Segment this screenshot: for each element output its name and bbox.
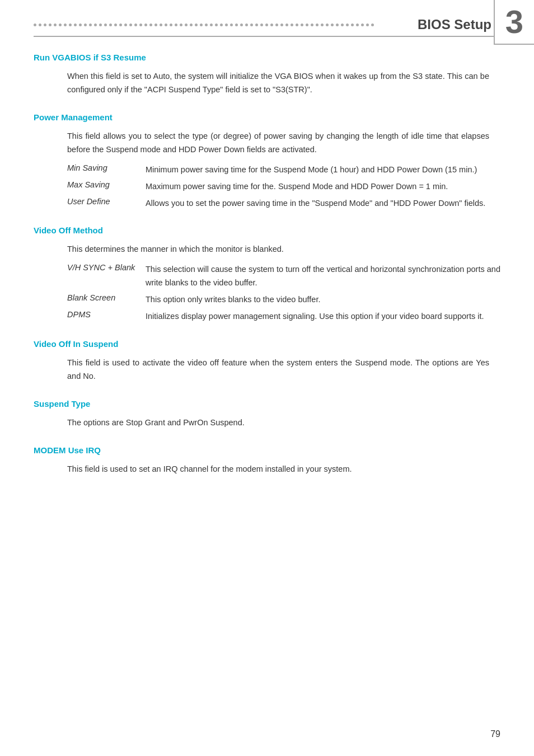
section-body-video-off-in-suspend: This field is used to activate the video… — [67, 356, 489, 383]
section-body-run-vgabios: When this field is set to Auto, the syst… — [67, 70, 489, 97]
header-dot — [336, 24, 339, 26]
header-dot — [44, 24, 46, 26]
header-dot — [175, 24, 177, 26]
header-dot — [49, 24, 51, 26]
definition-row: Blank ScreenThis option only writes blan… — [67, 293, 500, 307]
def-table-video-off-method: V/H SYNC + BlankThis selection will caus… — [67, 263, 500, 323]
header-dot — [180, 24, 182, 26]
header-dot — [351, 24, 354, 26]
header-dot — [275, 24, 278, 26]
header-dot — [356, 24, 359, 26]
header-dot — [225, 24, 228, 26]
header-dot — [250, 24, 253, 26]
header-dot — [306, 24, 308, 26]
header-dot — [144, 24, 147, 26]
header-dot — [321, 24, 324, 26]
header-dot — [134, 24, 137, 26]
header-dot — [94, 24, 97, 26]
header-dot — [291, 24, 293, 26]
header-dot — [165, 24, 167, 26]
header-dot — [34, 24, 36, 26]
definition-term: Min Saving — [67, 163, 146, 172]
header-dot — [59, 24, 62, 26]
definition-row: V/H SYNC + BlankThis selection will caus… — [67, 263, 500, 290]
definition-term: Blank Screen — [67, 293, 146, 302]
header-dot — [124, 24, 127, 26]
definition-desc: This option only writes blanks to the vi… — [146, 293, 500, 307]
definition-desc: Initializes display power management sig… — [146, 310, 500, 323]
section-heading-run-vgabios: Run VGABIOS if S3 Resume — [34, 53, 500, 62]
header-dot — [84, 24, 87, 26]
header-dot — [245, 24, 248, 26]
section-heading-video-off-in-suspend: Video Off In Suspend — [34, 339, 500, 349]
page-number: 79 — [490, 729, 500, 739]
header-dot — [301, 24, 303, 26]
definition-term: V/H SYNC + Blank — [67, 263, 146, 272]
page-container: 3 BIOS Setup Run VGABIOS if S3 ResumeWhe… — [0, 0, 534, 756]
definition-row: DPMSInitializes display power management… — [67, 310, 500, 323]
header-dot — [366, 24, 369, 26]
header-dot — [190, 24, 193, 26]
header-dot — [114, 24, 117, 26]
header-dot — [104, 24, 107, 26]
header-dot — [99, 24, 102, 26]
header-dot — [255, 24, 258, 26]
chapter-digit: 3 — [505, 6, 523, 38]
section-body-suspend-type: The options are Stop Grant and PwrOn Sus… — [67, 416, 489, 430]
header-dot — [220, 24, 223, 26]
header-dot — [215, 24, 218, 26]
header-dot — [296, 24, 298, 26]
header-dot — [371, 24, 374, 26]
header-dot — [285, 24, 288, 26]
header-dot — [230, 24, 233, 26]
header-title: BIOS Setup — [418, 17, 491, 32]
definition-term: User Define — [67, 197, 146, 206]
header-dot — [170, 24, 172, 26]
header-dot — [210, 24, 213, 26]
header-dot — [341, 24, 344, 26]
header-dot — [200, 24, 203, 26]
header-dot — [346, 24, 349, 26]
dots-row — [34, 24, 412, 26]
definition-row: Min SavingMinimum power saving time for … — [67, 163, 500, 177]
chapter-number: 3 — [494, 0, 534, 45]
header-dot — [119, 24, 122, 26]
header-dot — [39, 24, 41, 26]
section-body-power-management: This field allows you to select the type… — [67, 130, 489, 157]
definition-desc: Allows you to set the power saving time … — [146, 197, 500, 210]
def-table-power-management: Min SavingMinimum power saving time for … — [67, 163, 500, 210]
header-dot — [64, 24, 67, 26]
header-dot — [235, 24, 238, 26]
header-dot — [185, 24, 188, 26]
definition-term: DPMS — [67, 310, 146, 319]
header-dot — [139, 24, 142, 26]
definition-desc: Maximum power saving time for the. Suspe… — [146, 180, 500, 194]
header-dot — [160, 24, 162, 26]
section-heading-suspend-type: Suspend Type — [34, 399, 500, 408]
header-dot — [129, 24, 132, 26]
definition-desc: This selection will cause the system to … — [146, 263, 500, 290]
header-dot — [154, 24, 157, 26]
section-heading-modem-use-irq: MODEM Use IRQ — [34, 445, 500, 455]
header-dot — [54, 24, 57, 26]
header-dot — [311, 24, 313, 26]
definition-row: User DefineAllows you to set the power s… — [67, 197, 500, 210]
header-dot — [89, 24, 92, 26]
header-dot — [361, 24, 364, 26]
section-body-video-off-method: This determines the manner in which the … — [67, 243, 489, 256]
header-dot — [331, 24, 334, 26]
header-dot — [326, 24, 329, 26]
header-dot — [205, 24, 208, 26]
header-dot — [280, 24, 283, 26]
header-dot — [149, 24, 152, 26]
page-header: BIOS Setup — [34, 17, 500, 37]
header-dot — [195, 24, 198, 26]
header-dot — [260, 24, 263, 26]
definition-desc: Minimum power saving time for the Suspen… — [146, 163, 500, 177]
section-body-modem-use-irq: This field is used to set an IRQ channel… — [67, 463, 489, 476]
header-dot — [270, 24, 273, 26]
sections-container: Run VGABIOS if S3 ResumeWhen this field … — [34, 53, 500, 476]
header-dot — [69, 24, 72, 26]
definition-term: Max Saving — [67, 180, 146, 189]
definition-row: Max SavingMaximum power saving time for … — [67, 180, 500, 194]
